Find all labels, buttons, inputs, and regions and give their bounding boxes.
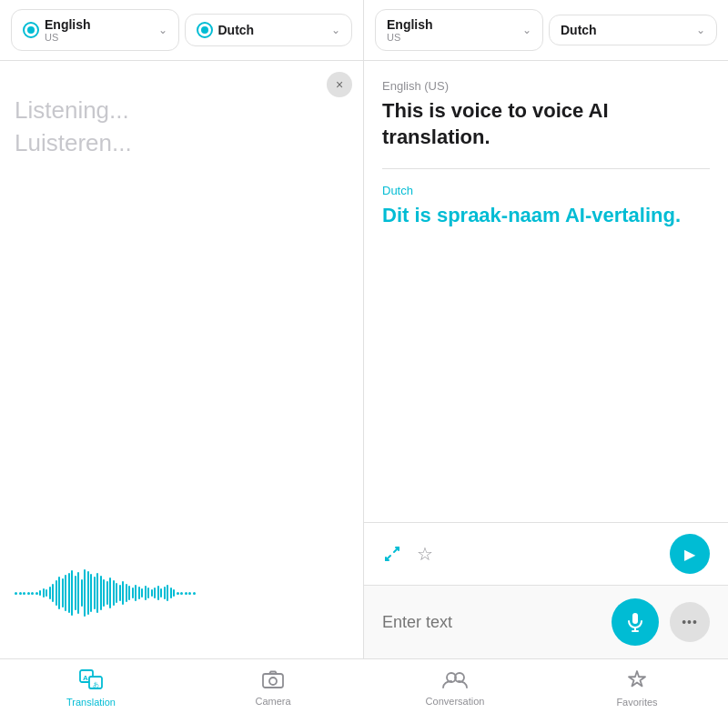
waveform-element — [135, 585, 136, 601]
nav-label-camera: Camera — [255, 696, 290, 707]
waveform-element — [71, 570, 73, 616]
left-source-lang-dot — [23, 22, 39, 38]
left-source-lang-sub: US — [45, 32, 153, 43]
source-text: This is voice to voice AI translation. — [382, 98, 710, 150]
waveform-element — [193, 592, 196, 595]
close-icon: × — [336, 77, 343, 92]
waveform-element — [128, 586, 130, 600]
more-icon: ••• — [682, 615, 698, 629]
waveform-element — [173, 589, 175, 597]
translation-icon: A あ — [79, 669, 103, 695]
waveform-element — [188, 592, 191, 595]
waveform-element — [160, 588, 162, 598]
expand-button[interactable] — [382, 544, 402, 564]
waveform-element — [31, 592, 34, 595]
nav-label-conversation: Conversation — [426, 696, 485, 707]
waveform-element — [62, 578, 64, 608]
nav-label-translation: Translation — [66, 697, 116, 708]
right-target-lang-selector[interactable]: Dutch ⌄ — [549, 15, 717, 45]
conversation-icon — [442, 670, 468, 694]
waveform-element — [106, 581, 108, 605]
right-lang-bar: English US ⌄ Dutch ⌄ — [364, 0, 728, 61]
camera-icon — [262, 670, 284, 694]
right-source-chevron-icon: ⌄ — [522, 24, 531, 36]
waveform-element — [119, 585, 121, 601]
right-panel: English US ⌄ Dutch ⌄ English (US) This i… — [364, 0, 728, 658]
left-lang-bar: English US ⌄ Dutch ⌄ — [0, 0, 363, 61]
left-target-lang-text: Dutch — [218, 23, 327, 37]
waveform-element — [164, 587, 166, 599]
waveform-element — [94, 577, 96, 609]
target-text: Dit is spraak-naam AI-vertaling. — [382, 203, 710, 229]
svg-point-8 — [269, 678, 277, 685]
waveform-element — [90, 574, 92, 612]
listening-area: × Listening... Luisteren... — [0, 61, 363, 658]
right-target-lang-name: Dutch — [561, 23, 691, 37]
waveform-element — [15, 592, 17, 595]
favorites-icon — [626, 669, 648, 695]
play-button[interactable]: ▶ — [670, 534, 710, 574]
waveform-element — [180, 592, 183, 595]
waveform-element — [81, 579, 83, 607]
source-lang-label: English (US) — [382, 79, 710, 93]
waveform-element — [122, 581, 124, 605]
left-target-lang-selector[interactable]: Dutch ⌄ — [185, 14, 353, 46]
nav-item-camera[interactable]: Camera — [182, 670, 364, 707]
left-panel: English US ⌄ Dutch ⌄ × Listening... Luis… — [0, 0, 364, 658]
more-button[interactable]: ••• — [670, 602, 710, 642]
play-icon: ▶ — [684, 546, 695, 563]
waveform-element — [35, 592, 38, 595]
target-lang-label: Dutch — [382, 184, 710, 197]
waveform-element — [56, 580, 57, 606]
nav-item-favorites[interactable]: Favorites — [546, 669, 728, 708]
waveform-element — [100, 576, 102, 610]
waveform-element — [27, 592, 30, 595]
waveform-element — [141, 588, 143, 598]
waveform-element — [185, 592, 187, 595]
close-button[interactable]: × — [327, 72, 352, 97]
left-target-lang-dot — [197, 22, 213, 38]
waveform-element — [84, 569, 86, 617]
svg-text:A: A — [83, 674, 88, 682]
svg-rect-0 — [632, 613, 638, 624]
waveform — [15, 551, 349, 644]
left-target-lang-name: Dutch — [218, 23, 327, 37]
waveform-element — [49, 587, 51, 599]
left-source-lang-selector[interactable]: English US ⌄ — [11, 9, 179, 51]
nav-item-conversation[interactable]: Conversation — [364, 670, 546, 707]
waveform-element — [43, 588, 45, 598]
action-bar: ☆ ▶ — [364, 522, 728, 585]
left-source-lang-text: English US — [45, 17, 153, 43]
left-source-chevron-icon: ⌄ — [158, 24, 167, 36]
waveform-element — [75, 576, 76, 610]
waveform-element — [23, 592, 25, 595]
mic-button[interactable] — [612, 598, 659, 646]
waveform-element — [126, 584, 127, 602]
waveform-element — [39, 590, 41, 596]
favorite-button[interactable]: ☆ — [417, 543, 433, 565]
right-source-lang-name: English — [387, 17, 517, 32]
waveform-element — [19, 592, 22, 595]
waveform-element — [138, 587, 140, 599]
waveform-element — [147, 587, 149, 598]
right-source-lang-selector[interactable]: English US ⌄ — [375, 9, 543, 51]
waveform-element — [113, 580, 115, 606]
nav-item-translation[interactable]: A あ Translation — [0, 669, 182, 708]
waveform-element — [58, 577, 60, 609]
right-source-lang-text: English US — [387, 17, 517, 43]
waveform-element — [68, 573, 70, 613]
waveform-element — [87, 571, 89, 615]
bottom-nav: A あ Translation Camera Conversation — [0, 658, 728, 713]
listening-line1: Listening... — [15, 94, 349, 126]
star-icon: ☆ — [417, 543, 433, 565]
waveform-element — [46, 589, 47, 597]
right-target-lang-text: Dutch — [561, 23, 691, 37]
waveform-element — [65, 575, 66, 611]
left-source-lang-name: English — [45, 17, 153, 32]
waveform-element — [154, 587, 156, 598]
text-input[interactable] — [382, 613, 601, 632]
waveform-element — [170, 587, 172, 598]
right-source-lang-sub: US — [387, 32, 517, 43]
translation-content: English (US) This is voice to voice AI t… — [364, 61, 728, 522]
svg-text:あ: あ — [93, 681, 99, 688]
